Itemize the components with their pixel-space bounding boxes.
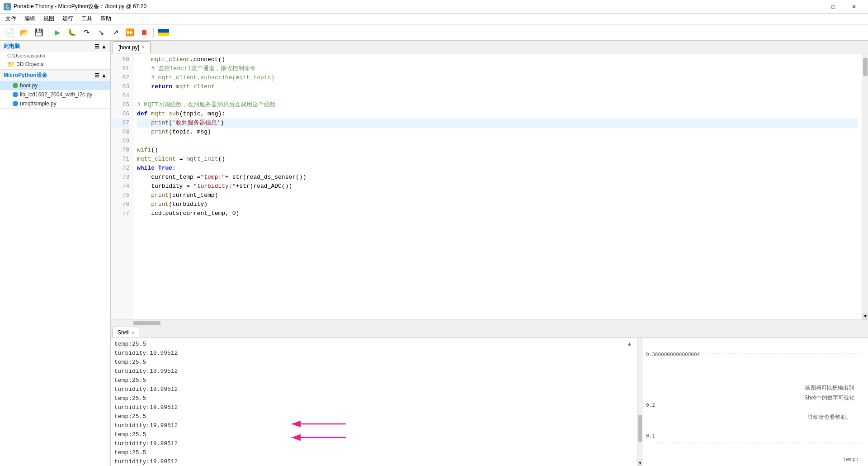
app-icon: 🐍	[4, 3, 11, 10]
resume-button[interactable]: ⏩	[123, 26, 136, 39]
shell-scroll-down[interactable]: ▼	[638, 460, 642, 466]
sidebar-header-icons: ☰ ▲	[94, 43, 107, 50]
editor-horizontal-scrollbar[interactable]	[111, 319, 868, 326]
sidebar-this-pc-header[interactable]: 此电脑 ☰ ▲	[0, 41, 110, 52]
shell-line-13: temp:25.5	[114, 448, 634, 457]
horizontal-scrollbar-thumb	[133, 321, 160, 325]
code-content[interactable]: mqtt_client.connect() # 监控ledctl这个通道，接收控…	[133, 53, 862, 319]
micropython-label: MicroPython设备	[4, 71, 47, 79]
step-into-button[interactable]: ↘	[94, 26, 107, 39]
step-out-button[interactable]: ↗	[109, 26, 122, 39]
maximize-button[interactable]: □	[823, 0, 844, 14]
shell-line-7: temp:25.5	[114, 394, 634, 403]
toolbar: 📄 📂 💾 ▶ 🐛 ↷ ↘ ↗ ⏩ ⏹	[0, 24, 868, 41]
sidebar-micropython-header[interactable]: MicroPython设备 ☰ ▲	[0, 70, 110, 81]
toolbar-separator-1	[48, 28, 48, 38]
file-boot-label: boot.py	[20, 82, 38, 89]
plot-area: 0.3000000000000004 0.2 0.1 绘图器可以把输出到	[642, 338, 868, 466]
sidebar-micropython-section: MicroPython设备 ☰ ▲ boot.py lib_lcd1602_20…	[0, 70, 110, 109]
shell-tab[interactable]: Shell ×	[113, 327, 139, 338]
micropython-menu-icon[interactable]: ☰	[94, 72, 99, 79]
code-line-72: while True:	[137, 164, 858, 173]
shell-vertical-scrollbar[interactable]: ▼	[637, 338, 642, 466]
editor-vertical-scrollbar[interactable]: ▼	[862, 53, 868, 319]
run-button[interactable]: ▶	[51, 26, 64, 39]
code-line-77: lcd.puts(current_temp, 0)	[137, 209, 858, 218]
code-line-62: # mqtt_client.subscribe(mqtt_topic)	[137, 73, 858, 82]
code-line-60: mqtt_client.connect()	[137, 55, 858, 64]
minimize-button[interactable]: ─	[802, 0, 823, 14]
shell-line-6: turbidity:19.99512	[114, 385, 634, 394]
close-button[interactable]: ✕	[844, 0, 864, 14]
tab-boot-py[interactable]: [boot.py] ×	[113, 41, 151, 53]
shell-tab-bar: Shell ×	[111, 326, 868, 338]
code-line-64	[137, 91, 858, 100]
new-file-button[interactable]: 📄	[4, 26, 16, 39]
step-over-button[interactable]: ↷	[80, 26, 93, 39]
editor-area[interactable]: 60 61 62 63 64 65 66 67 68 69 70 71 72 7…	[111, 53, 868, 319]
title-text: Portable Thonny - MicroPython设备 :: /boot…	[14, 3, 146, 10]
file-umqtt-label: umqttsimple.py	[20, 100, 57, 107]
this-pc-path: C:\Users\aistudio	[0, 52, 110, 59]
main-layout: 此电脑 ☰ ▲ C:\Users\aistudio 📁 3D Objects M…	[0, 41, 868, 466]
title-bar-left: 🐍 Portable Thonny - MicroPython设备 :: /bo…	[4, 3, 146, 10]
code-line-63: return mqtt_client	[137, 82, 858, 91]
menu-file[interactable]: 文件	[2, 14, 20, 24]
shell-row: ▲ temp:25.5 turbidity:19.99512 temp:25.5…	[111, 338, 868, 466]
menu-tools[interactable]: 工具	[78, 14, 96, 24]
sidebar-3d-objects[interactable]: 📁 3D Objects	[0, 59, 110, 69]
code-line-71: mqtt_client = mqtt_init()	[137, 155, 858, 164]
shell-line-10: turbidity:19.99512	[114, 421, 634, 430]
code-line-65: # MQTT回调函数，收到服务器消息后会调用这个函数	[137, 100, 858, 109]
sidebar-file-lib-lcd[interactable]: lib_lcd1602_2004_with_i2c.py	[0, 90, 110, 99]
code-line-69	[137, 137, 858, 146]
code-line-73: current_temp ="temp:"+ str(read_ds_senso…	[137, 173, 858, 182]
open-file-button[interactable]: 📂	[18, 26, 31, 39]
shell-panel: Shell × ▲ temp:25.5 turbidity:19.99512 t…	[111, 326, 868, 466]
menu-run[interactable]: 运行	[59, 14, 77, 24]
sidebar-up-icon[interactable]: ▲	[101, 43, 107, 50]
shell-line-5: temp:25.5	[114, 376, 634, 385]
window-controls[interactable]: ─ □ ✕	[802, 0, 864, 14]
title-bar: 🐍 Portable Thonny - MicroPython设备 :: /bo…	[0, 0, 868, 14]
shell-line-9: temp:25.5	[114, 412, 634, 421]
shell-tab-close-icon[interactable]: ×	[132, 330, 134, 335]
plot-help-text: 绘图器可以把输出到 Shell中的数字可视化 详细请查看帮助。	[804, 383, 854, 422]
tab-label: [boot.py]	[118, 44, 139, 51]
shell-content-area[interactable]: ▲ temp:25.5 turbidity:19.99512 temp:25.5…	[111, 338, 637, 466]
file-dot-green	[13, 83, 18, 88]
plot-y-label-mid: 0.2	[646, 402, 655, 408]
save-file-button[interactable]: 💾	[33, 26, 45, 39]
debug-button[interactable]: 🐛	[66, 26, 78, 39]
micropython-header-icons: ☰ ▲	[94, 72, 107, 79]
shell-line-11: temp:25.5	[114, 430, 634, 439]
stop-button[interactable]: ⏹	[138, 26, 151, 39]
menu-view[interactable]: 视图	[40, 14, 58, 24]
menu-help[interactable]: 帮助	[97, 14, 115, 24]
menu-edit[interactable]: 编辑	[21, 14, 39, 24]
code-line-70: wifi()	[137, 146, 858, 155]
plot-help-line1: 绘图器可以把输出到	[805, 385, 854, 391]
sidebar-file-umqtt[interactable]: umqttsimple.py	[0, 99, 110, 108]
sidebar-menu-icon[interactable]: ☰	[94, 43, 99, 50]
code-line-75: print(current_temp)	[137, 191, 858, 200]
tab-close-icon[interactable]: ×	[142, 45, 145, 50]
3d-objects-label: 3D Objects	[17, 61, 43, 67]
shell-line-2: turbidity:19.99512	[114, 349, 634, 358]
this-pc-label: 此电脑	[4, 43, 20, 50]
plot-help-line2: Shell中的数字可视化	[804, 395, 854, 401]
file-lib-lcd-label: lib_lcd1602_2004_with_i2c.py	[20, 91, 92, 98]
content-area: [boot.py] × 60 61 62 63 64 65 66 67 68 6…	[111, 41, 868, 466]
shell-tab-label: Shell	[118, 329, 130, 336]
shell-line-8: turbidity:19.99512	[114, 403, 634, 412]
flag-icon	[158, 29, 169, 36]
shell-line-12: turbidity:19.99512	[114, 439, 634, 448]
shell-line-1: temp:25.5	[114, 340, 634, 349]
editor-scrollbar-thumb	[863, 58, 868, 76]
sidebar-file-boot[interactable]: boot.py	[0, 81, 110, 90]
shell-scroll-up[interactable]: ▲	[628, 340, 631, 349]
scrollbar-down-arrow[interactable]: ▼	[862, 313, 868, 319]
micropython-up-icon[interactable]: ▲	[101, 72, 107, 79]
editor-tab-bar: [boot.py] ×	[111, 41, 868, 53]
plot-x-label: temp:	[843, 456, 859, 462]
